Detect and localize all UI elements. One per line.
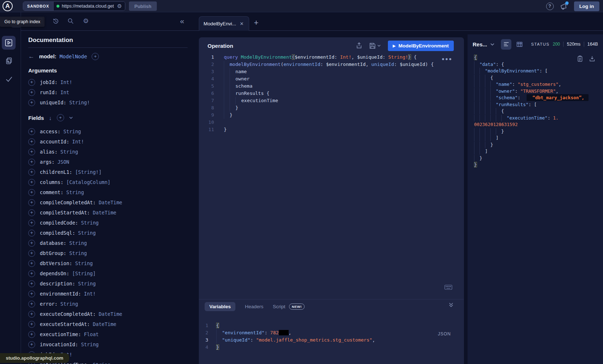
- field-type[interactable]: Int: [60, 89, 69, 95]
- field-type[interactable]: DateTime: [93, 321, 116, 327]
- add-field-icon[interactable]: +: [28, 89, 35, 96]
- explorer-nav-button[interactable]: [2, 36, 16, 50]
- endpoint-url[interactable]: https://metadata.cloud.get: [62, 4, 115, 9]
- field-name[interactable]: compiledCode:: [40, 220, 78, 226]
- add-field-icon[interactable]: +: [28, 79, 35, 86]
- field-name[interactable]: dbtGroup:: [40, 250, 66, 256]
- field-name[interactable]: alias:: [40, 149, 58, 155]
- add-model-icon[interactable]: +: [92, 53, 99, 60]
- response-chevron-icon[interactable]: [490, 43, 494, 46]
- field-name[interactable]: runId:: [40, 89, 58, 95]
- variables-editor[interactable]: 1{2"environmentId": 782,3"uniqueId": "mo…: [200, 322, 454, 351]
- field-type[interactable]: String: [63, 129, 81, 134]
- field-name[interactable]: dependsOn:: [40, 271, 69, 276]
- new-tab-button[interactable]: +: [254, 18, 259, 28]
- add-field-icon[interactable]: +: [28, 280, 35, 287]
- keyboard-shortcuts-icon[interactable]: [444, 285, 452, 290]
- add-field-icon[interactable]: +: [28, 331, 35, 338]
- add-field-icon[interactable]: +: [28, 250, 35, 257]
- copy-response-icon[interactable]: [577, 55, 583, 62]
- operation-tab[interactable]: ModelByEnvi... ✕: [199, 16, 249, 31]
- field-name[interactable]: compileCompletedAt:: [40, 200, 96, 205]
- sort-fields-icon[interactable]: ↓: [49, 115, 52, 121]
- back-arrow-icon[interactable]: ←: [28, 53, 34, 60]
- field-name[interactable]: executeCompletedAt:: [40, 311, 96, 317]
- tab-script[interactable]: Script: [273, 304, 285, 309]
- field-type[interactable]: Int!: [60, 79, 72, 85]
- history-button[interactable]: [51, 17, 59, 25]
- query-editor[interactable]: 1query ModelByEnvironment($environmentId…: [200, 54, 454, 133]
- field-type[interactable]: String: [78, 281, 96, 286]
- field-name[interactable]: error:: [40, 301, 58, 307]
- response-body[interactable]: {"data": {"modelByEnvironment": [{"name"…: [474, 54, 599, 168]
- field-type[interactable]: String: [69, 250, 87, 256]
- field-type[interactable]: Float: [84, 331, 99, 337]
- field-type[interactable]: JSON: [58, 159, 70, 165]
- field-type[interactable]: String: [60, 301, 78, 307]
- field-name[interactable]: compileStartedAt:: [40, 210, 90, 216]
- add-field-icon[interactable]: +: [28, 311, 35, 318]
- field-type[interactable]: String: [69, 240, 87, 246]
- field-type[interactable]: DateTime: [93, 210, 116, 216]
- field-type[interactable]: String: [81, 342, 99, 347]
- add-field-icon[interactable]: +: [28, 199, 35, 206]
- add-all-fields-icon[interactable]: +: [57, 114, 64, 121]
- field-type[interactable]: String: [78, 230, 96, 236]
- add-field-icon[interactable]: +: [28, 240, 35, 247]
- tab-headers[interactable]: Headers: [245, 304, 263, 309]
- apollo-logo[interactable]: A: [3, 1, 13, 11]
- field-name[interactable]: access:: [40, 129, 60, 134]
- save-chevron-icon[interactable]: [377, 45, 381, 47]
- field-name[interactable]: executeStartedAt:: [40, 321, 90, 327]
- add-field-icon[interactable]: +: [28, 260, 35, 267]
- add-field-icon[interactable]: +: [28, 159, 35, 166]
- add-field-icon[interactable]: +: [28, 209, 35, 216]
- add-field-icon[interactable]: +: [28, 290, 35, 297]
- add-field-icon[interactable]: +: [28, 138, 35, 145]
- add-field-icon[interactable]: +: [28, 321, 35, 328]
- field-name[interactable]: dbtVersion:: [40, 260, 72, 266]
- field-type[interactable]: [String!]: [75, 169, 101, 175]
- field-name[interactable]: description:: [40, 281, 75, 286]
- field-name[interactable]: executionTime:: [40, 331, 81, 337]
- add-field-icon[interactable]: +: [28, 219, 35, 226]
- close-tab-icon[interactable]: ✕: [240, 21, 244, 26]
- collapse-panel-button[interactable]: [448, 302, 454, 307]
- checks-nav-button[interactable]: [5, 75, 13, 83]
- add-field-icon[interactable]: +: [28, 301, 35, 307]
- download-response-icon[interactable]: [589, 55, 595, 62]
- add-field-icon[interactable]: +: [28, 341, 35, 348]
- field-name[interactable]: jobId:: [40, 79, 58, 85]
- tree-view-toggle[interactable]: [501, 39, 511, 50]
- field-name[interactable]: invocationId:: [40, 342, 78, 347]
- field-type[interactable]: Int!: [84, 291, 96, 297]
- endpoint-settings-icon[interactable]: ⚙: [117, 3, 122, 9]
- field-name[interactable]: args:: [40, 159, 55, 165]
- search-button[interactable]: [67, 17, 75, 25]
- field-type[interactable]: [String]: [72, 271, 96, 276]
- field-type[interactable]: String: [60, 149, 78, 155]
- add-field-icon[interactable]: +: [28, 179, 35, 186]
- add-field-icon[interactable]: +: [28, 230, 35, 237]
- publish-button[interactable]: Publish: [129, 1, 157, 11]
- field-type[interactable]: String: [66, 189, 84, 195]
- tab-variables[interactable]: Variables: [205, 302, 235, 311]
- field-type[interactable]: String: [93, 362, 110, 364]
- field-type[interactable]: String!: [69, 100, 90, 105]
- add-field-icon[interactable]: +: [28, 148, 35, 155]
- field-type[interactable]: [CatalogColumn]: [66, 179, 110, 185]
- save-operation-button[interactable]: [369, 43, 381, 49]
- field-type[interactable]: String: [81, 220, 99, 226]
- add-field-icon[interactable]: +: [28, 128, 35, 135]
- run-operation-button[interactable]: ▶ ModelByEnvironment: [388, 41, 454, 51]
- settings-button[interactable]: ⚙: [82, 17, 90, 25]
- add-field-icon[interactable]: +: [28, 270, 35, 277]
- collapse-docs-button[interactable]: «: [180, 17, 184, 25]
- add-field-icon[interactable]: +: [28, 189, 35, 196]
- table-view-toggle[interactable]: [514, 39, 525, 50]
- field-name[interactable]: comment:: [40, 189, 63, 195]
- editor-menu-icon[interactable]: ●●●: [441, 56, 452, 62]
- field-name[interactable]: uniqueId:: [40, 100, 66, 105]
- field-name[interactable]: database:: [40, 240, 66, 246]
- help-icon[interactable]: ?: [546, 3, 554, 10]
